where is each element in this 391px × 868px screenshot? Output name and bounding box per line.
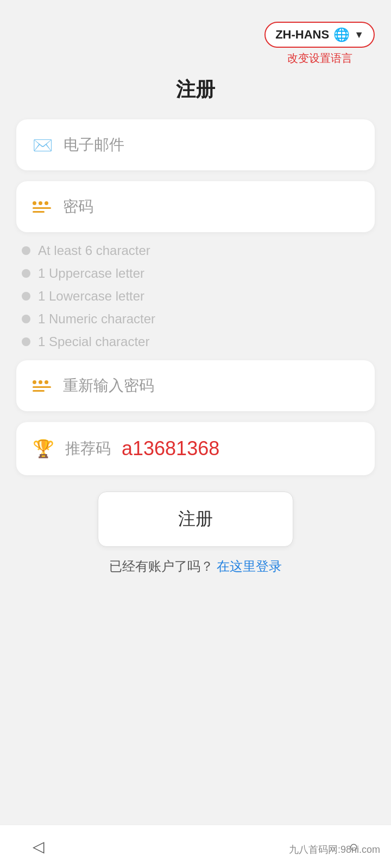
top-bar: ZH-HANS 🌐 ▼ 改变设置语言 — [0, 0, 391, 66]
password-label: 密码 — [63, 196, 93, 217]
bottom-navigation-bar: ◁ ○ 九八首码网:98ni.com — [0, 825, 391, 868]
referral-label: 推荐码 — [65, 438, 111, 459]
chevron-down-icon: ▼ — [354, 29, 364, 41]
req-dot-icon — [22, 337, 30, 346]
req-uppercase-label: 1 Uppercase letter — [38, 266, 144, 281]
login-hint-text: 已经有账户了吗？ — [109, 559, 213, 573]
password-requirements: At least 6 character 1 Uppercase letter … — [16, 243, 375, 349]
req-dot-icon — [22, 315, 30, 323]
language-section: ZH-HANS 🌐 ▼ 改变设置语言 — [264, 22, 375, 66]
req-uppercase: 1 Uppercase letter — [22, 266, 369, 281]
trophy-icon: 🏆 — [33, 438, 54, 459]
req-numeric-label: 1 Numeric character — [38, 311, 155, 327]
email-icon: ✉️ — [33, 136, 53, 155]
back-icon[interactable]: ◁ — [33, 838, 45, 856]
language-button[interactable]: ZH-HANS 🌐 ▼ — [264, 22, 375, 48]
confirm-password-icon — [33, 380, 52, 392]
req-special: 1 Special character — [22, 334, 369, 349]
req-dot-icon — [22, 269, 30, 278]
language-label: ZH-HANS — [275, 28, 329, 42]
referral-field-card[interactable]: 🏆 推荐码 a13681368 — [16, 422, 375, 475]
req-numeric: 1 Numeric character — [22, 311, 369, 327]
referral-value: a13681368 — [122, 437, 219, 460]
req-lowercase: 1 Lowercase letter — [22, 289, 369, 304]
req-lowercase-label: 1 Lowercase letter — [38, 289, 144, 304]
language-hint: 改变设置语言 — [287, 51, 352, 66]
watermark-text: 九八首码网:98ni.com — [289, 843, 380, 856]
email-label: 电子邮件 — [64, 135, 124, 155]
login-hint: 已经有账户了吗？ 在这里登录 — [0, 558, 391, 575]
globe-icon: 🌐 — [333, 27, 350, 42]
req-dot-icon — [22, 292, 30, 301]
req-special-label: 1 Special character — [38, 334, 149, 349]
password-icon — [33, 201, 52, 213]
email-field-card[interactable]: ✉️ 电子邮件 — [16, 119, 375, 170]
req-min-char-label: At least 6 character — [38, 243, 150, 258]
login-link[interactable]: 在这里登录 — [217, 559, 282, 573]
page-title: 注册 — [0, 76, 391, 103]
form-content: ✉️ 电子邮件 密码 At least 6 character 1 Upperc… — [0, 119, 391, 475]
password-field-card[interactable]: 密码 — [16, 181, 375, 232]
req-dot-icon — [22, 246, 30, 255]
confirm-password-field-card[interactable]: 重新输入密码 — [16, 360, 375, 411]
register-button[interactable]: 注册 — [98, 492, 293, 547]
confirm-password-label: 重新输入密码 — [63, 375, 154, 396]
req-min-char: At least 6 character — [22, 243, 369, 258]
